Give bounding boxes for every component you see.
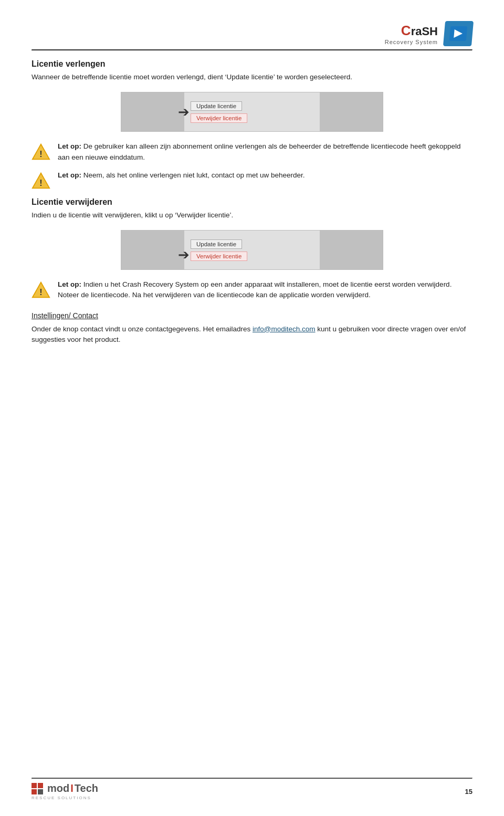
footer-logo: mod I Tech RESCUE SOLUTIONS <box>32 782 98 800</box>
ss1-center: Update licentie Verwijder licentie <box>184 92 320 131</box>
warning1-body: De gebruiker kan alleen zijn abonnement … <box>58 142 461 161</box>
warning-block-1: ! Let op: De gebruiker kan alleen zijn a… <box>32 141 472 163</box>
warning-text-3: Let op: Indien u het Crash Recovery Syst… <box>58 279 472 301</box>
ss2-left <box>121 231 184 269</box>
page-container: C raSH Recovery System Licentie verlenge… <box>0 0 504 816</box>
moditech-i-letter: I <box>70 782 74 794</box>
crash-logo-icon <box>448 25 469 42</box>
ss1-right <box>320 92 383 131</box>
warning3-body: Indien u het Crash Recovery System op ee… <box>58 280 452 299</box>
section3-title: Instellingen/ Contact <box>32 311 472 320</box>
logo-crash-c: C <box>401 23 411 39</box>
page-number: 15 <box>465 788 472 796</box>
ss1-left <box>121 92 184 131</box>
screenshot2-frame: Update licentie Verwijder licentie ➔ <box>121 230 383 270</box>
ss2-right <box>320 231 383 269</box>
ss1-arrow-icon: ➔ <box>178 104 190 120</box>
logo-recovery-text: Recovery System <box>385 39 438 45</box>
screenshot2-wrapper: Update licentie Verwijder licentie ➔ <box>32 230 472 270</box>
section3-body: Onder de knop contact vindt u onze conta… <box>32 324 472 346</box>
section-licentie-verwijderen: Licentie verwijderen Indien u de licenti… <box>32 197 472 221</box>
moditech-mod: mod <box>47 782 69 794</box>
ss2-update-btn[interactable]: Update licentie <box>191 239 242 249</box>
moditech-squares-icon <box>32 783 43 794</box>
ss2-arrow-icon: ➔ <box>178 246 190 263</box>
footer-divider <box>32 778 472 779</box>
header: C raSH Recovery System <box>32 21 472 46</box>
warning-block-2: ! Let op: Neem, als het online verlengen… <box>32 170 472 190</box>
svg-text:!: ! <box>39 178 42 187</box>
warning-icon-2: ! <box>32 171 50 190</box>
crash-logo-box <box>443 21 474 46</box>
warning2-body: Neem, als het online verlengen niet lukt… <box>83 171 305 179</box>
warning-text-2: Let op: Neem, als het online verlengen n… <box>58 170 305 181</box>
section1-title: Licentie verlengen <box>32 59 472 69</box>
warning-icon-1: ! <box>32 142 50 161</box>
ss2-center: Update licentie Verwijder licentie <box>184 231 320 269</box>
sq1 <box>32 783 37 788</box>
sq2 <box>38 783 43 788</box>
warning-text-1: Let op: De gebruiker kan alleen zijn abo… <box>58 141 472 163</box>
warning2-label: Let op: <box>58 171 81 179</box>
screenshot1-wrapper: Update licentie Verwijder licentie ➔ <box>32 92 472 132</box>
warning3-label: Let op: <box>58 280 81 288</box>
ss2-delete-btn[interactable]: Verwijder licentie <box>191 252 247 261</box>
ss1-delete-btn[interactable]: Verwijder licentie <box>191 113 247 123</box>
section1-body: Wanneer de betreffende licentie moet wor… <box>32 72 472 82</box>
warning-icon-3: ! <box>32 280 50 299</box>
ss1-update-btn[interactable]: Update licentie <box>191 101 242 111</box>
moditech-logo: mod I Tech <box>32 782 98 794</box>
warning-block-3: ! Let op: Indien u het Crash Recovery Sy… <box>32 279 472 301</box>
header-divider <box>32 49 472 51</box>
sq4 <box>38 789 43 794</box>
logo-area: C raSH Recovery System <box>385 21 472 46</box>
warning1-label: Let op: <box>58 142 81 150</box>
section-licentie-verlengen: Licentie verlengen Wanneer de betreffend… <box>32 59 472 82</box>
moditech-tech: Tech <box>75 782 98 794</box>
moditech-tagline: RESCUE SOLUTIONS <box>32 796 91 800</box>
section2-title: Licentie verwijderen <box>32 197 472 207</box>
sq3 <box>32 789 37 794</box>
svg-text:!: ! <box>39 149 42 159</box>
logo-crash-rash: raSH <box>411 25 438 38</box>
section-instellingen: Instellingen/ Contact Onder de knop cont… <box>32 311 472 346</box>
screenshot1-frame: Update licentie Verwijder licentie ➔ <box>121 92 383 132</box>
section2-body: Indien u de licentie wilt verwijderen, k… <box>32 210 472 221</box>
section3-email[interactable]: info@moditech.com <box>253 325 316 333</box>
section3-body1: Onder de knop contact vindt u onze conta… <box>32 325 253 333</box>
svg-text:!: ! <box>39 287 42 297</box>
footer: mod I Tech RESCUE SOLUTIONS 15 <box>32 778 472 800</box>
